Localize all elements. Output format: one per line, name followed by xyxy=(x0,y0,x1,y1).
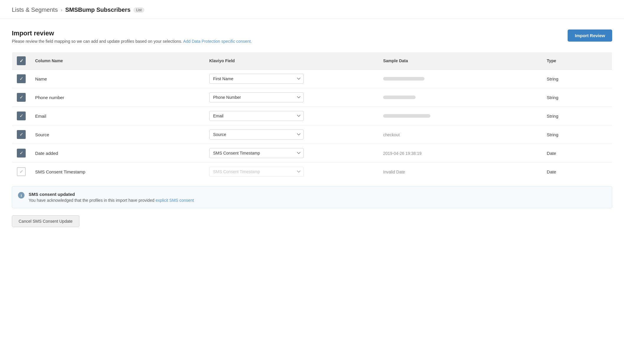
type-date_added: Date xyxy=(542,144,612,163)
checkbox-phone_number[interactable]: ✓ xyxy=(17,93,26,102)
type-source: String xyxy=(542,125,612,144)
sample-data-source: checkout xyxy=(378,125,542,144)
sample-data-email xyxy=(378,107,542,125)
column-name-date_added: Date added xyxy=(30,144,205,163)
sample-data-text: Invalid Date xyxy=(383,170,405,174)
sample-data-date_added: 2019-04-26 19:38:19 xyxy=(378,144,542,163)
section-description: Please review the field mapping so we ca… xyxy=(12,39,252,44)
description-text: Please review the field mapping so we ca… xyxy=(12,39,182,44)
type-phone_number: String xyxy=(542,88,612,107)
cancel-sms-consent-button[interactable]: Cancel SMS Consent Update xyxy=(12,215,79,227)
sample-data-text: 2019-04-26 19:38:19 xyxy=(383,151,422,156)
sample-data-placeholder xyxy=(383,77,424,81)
breadcrumb-arrow: › xyxy=(61,7,62,13)
import-review-button[interactable]: Import Review xyxy=(568,29,612,42)
consent-notice-desc: You have acknowledged that the profiles … xyxy=(29,198,194,203)
checkbox-source[interactable]: ✓ xyxy=(17,130,26,139)
consent-info-icon: i xyxy=(18,192,24,199)
klaviyo-field-select-source[interactable]: Source xyxy=(209,129,304,140)
klaviyo-field-cell-phone_number[interactable]: Phone Number xyxy=(205,88,378,107)
top-nav: Lists & Segments › SMSBump Subscribers L… xyxy=(0,0,624,19)
checkmark-icon-date_added: ✓ xyxy=(19,151,23,155)
type-email: String xyxy=(542,107,612,125)
consent-notice-text: You have acknowledged that the profiles … xyxy=(29,198,154,203)
checkmark-icon-phone_number: ✓ xyxy=(19,95,23,100)
table-row: ✓Phone numberPhone NumberString xyxy=(12,88,612,107)
breadcrumb-parent[interactable]: Lists & Segments xyxy=(12,6,58,13)
consent-notice-title: SMS consent updated xyxy=(29,192,194,197)
consent-notice: i SMS consent updated You have acknowled… xyxy=(12,186,612,208)
klaviyo-field-select-date_added[interactable]: SMS Consent Timestamp xyxy=(209,148,304,158)
sample-data-phone_number xyxy=(378,88,542,107)
table-row: ✓SMS Consent TimestampSMS Consent Timest… xyxy=(12,163,612,181)
header-checkbox-cell: ✓ xyxy=(12,52,31,70)
breadcrumb-current: SMSBump Subscribers xyxy=(65,6,130,13)
header-check-icon: ✓ xyxy=(19,58,23,64)
column-name-source: Source xyxy=(30,125,205,144)
klaviyo-field-cell-email[interactable]: Email xyxy=(205,107,378,125)
sample-data-text: checkout xyxy=(383,132,400,137)
sample-data-sms_consent_timestamp: Invalid Date xyxy=(378,163,542,181)
klaviyo-field-cell-name[interactable]: First Name xyxy=(205,70,378,88)
column-name-sms_consent_timestamp: SMS Consent Timestamp xyxy=(30,163,205,181)
explicit-sms-consent-link[interactable]: explicit SMS consent xyxy=(156,198,194,203)
checkbox-cell-email[interactable]: ✓ xyxy=(12,107,31,125)
header-type: Type xyxy=(542,52,612,70)
header-column-name: Column Name xyxy=(30,52,205,70)
checkmark-icon-email: ✓ xyxy=(19,114,23,118)
checkbox-cell-source[interactable]: ✓ xyxy=(12,125,31,144)
checkbox-cell-phone_number[interactable]: ✓ xyxy=(12,88,31,107)
type-name: String xyxy=(542,70,612,88)
checkbox-cell-name[interactable]: ✓ xyxy=(12,70,31,88)
table-row: ✓SourceSourcecheckoutString xyxy=(12,125,612,144)
column-name-name: Name xyxy=(30,70,205,88)
klaviyo-field-cell-sms_consent_timestamp[interactable]: SMS Consent Timestamp xyxy=(205,163,378,181)
checkbox-cell-date_added[interactable]: ✓ xyxy=(12,144,31,163)
type-sms_consent_timestamp: Date xyxy=(542,163,612,181)
header-checkbox: ✓ xyxy=(17,56,26,65)
page-title: Import review xyxy=(12,29,252,37)
list-badge: List xyxy=(133,7,144,13)
klaviyo-field-cell-source[interactable]: Source xyxy=(205,125,378,144)
checkbox-email[interactable]: ✓ xyxy=(17,112,26,120)
checkbox-cell-sms_consent_timestamp[interactable]: ✓ xyxy=(12,163,31,181)
column-name-phone_number: Phone number xyxy=(30,88,205,107)
header-klaviyo-field: Klaviyo Field xyxy=(205,52,378,70)
checkbox-date_added[interactable]: ✓ xyxy=(17,149,26,158)
checkmark-icon-source: ✓ xyxy=(19,132,23,137)
consent-notice-content: SMS consent updated You have acknowledge… xyxy=(29,192,194,203)
sample-data-name xyxy=(378,70,542,88)
klaviyo-field-select-sms_consent_timestamp[interactable]: SMS Consent Timestamp xyxy=(209,167,304,177)
table-row: ✓EmailEmailString xyxy=(12,107,612,125)
table-row: ✓NameFirst NameString xyxy=(12,70,612,88)
sample-data-placeholder xyxy=(383,114,430,118)
data-protection-link[interactable]: Add Data Protection specific consent. xyxy=(183,39,252,44)
column-name-email: Email xyxy=(30,107,205,125)
checkmark-icon-sms_consent_timestamp: ✓ xyxy=(19,169,23,174)
klaviyo-field-select-name[interactable]: First Name xyxy=(209,74,304,84)
klaviyo-field-select-email[interactable]: Email xyxy=(209,111,304,121)
checkbox-name[interactable]: ✓ xyxy=(17,74,26,83)
checkmark-icon-name: ✓ xyxy=(19,76,23,81)
table-row: ✓Date addedSMS Consent Timestamp2019-04-… xyxy=(12,144,612,163)
klaviyo-field-select-phone_number[interactable]: Phone Number xyxy=(209,92,304,102)
checkbox-sms_consent_timestamp[interactable]: ✓ xyxy=(17,167,26,176)
mapping-table: ✓ Column Name Klaviyo Field Sample Data … xyxy=(12,52,612,181)
header-sample-data: Sample Data xyxy=(378,52,542,70)
klaviyo-field-cell-date_added[interactable]: SMS Consent Timestamp xyxy=(205,144,378,163)
sample-data-placeholder xyxy=(383,96,416,99)
